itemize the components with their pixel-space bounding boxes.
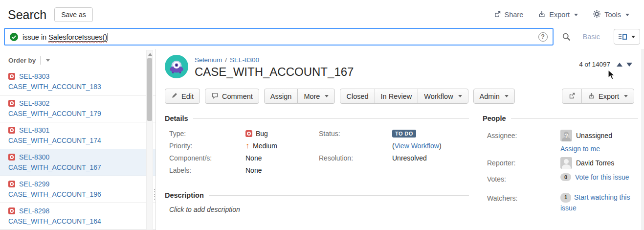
bug-type-icon bbox=[8, 154, 15, 161]
view-workflow-link[interactable]: View Workflow bbox=[395, 142, 439, 150]
next-issue-arrow-icon[interactable] bbox=[626, 63, 632, 67]
divider bbox=[193, 118, 469, 119]
chevron-down-icon bbox=[574, 14, 578, 16]
share-icon bbox=[568, 92, 576, 101]
issue-key-link[interactable]: SEL-8299 bbox=[19, 180, 49, 188]
scroll-up-arrow-icon[interactable] bbox=[148, 53, 152, 56]
people-heading: People bbox=[483, 115, 506, 122]
type-value: Bug bbox=[245, 130, 268, 138]
status-label: Status: bbox=[319, 130, 392, 138]
priority-medium-icon: ↑ bbox=[245, 142, 249, 150]
jql-query-text: issue in SalesforceIssues() bbox=[22, 33, 108, 41]
tools-menu-button[interactable]: Tools bbox=[593, 10, 629, 20]
vote-link[interactable]: Vote for this issue bbox=[575, 173, 629, 181]
results-pagination: 4 of 14097 bbox=[579, 61, 644, 68]
issue-toolbar: Edit Comment Assign More Closed In Revie… bbox=[165, 89, 644, 104]
priority-label: Priority: bbox=[169, 142, 245, 150]
issue-summary-link[interactable]: CASE_WITH_ACCOUNT_179 bbox=[8, 110, 144, 117]
sidebar-scrollbar[interactable] bbox=[146, 50, 153, 230]
assign-to-me-link[interactable]: Assign to me bbox=[560, 145, 600, 153]
reporter-avatar bbox=[560, 157, 572, 169]
export-menu-button[interactable]: Export bbox=[538, 10, 578, 20]
assign-button-group: Assign More bbox=[264, 89, 335, 104]
issue-summary-link[interactable]: CASE_WITH_ACCOUNT_164 bbox=[8, 217, 144, 225]
resolution-value: Unresolved bbox=[392, 154, 427, 162]
reporter-label: Reporter: bbox=[487, 157, 560, 169]
bug-type-icon bbox=[8, 73, 15, 80]
issue-header: Selenium/SEL-8300 CASE_WITH_ACCOUNT_167 … bbox=[165, 55, 644, 79]
query-valid-check-icon bbox=[10, 33, 18, 41]
issue-summary-link[interactable]: CASE_WITH_ACCOUNT_167 bbox=[8, 163, 144, 171]
admin-menu-button[interactable]: Admin bbox=[473, 89, 515, 104]
components-label: Component/s: bbox=[169, 154, 245, 162]
closed-transition-button[interactable]: Closed bbox=[340, 89, 375, 104]
issue-summary-link[interactable]: CASE_WITH_ACCOUNT_183 bbox=[8, 83, 144, 91]
share-button[interactable]: Share bbox=[493, 10, 524, 20]
export-issue-button[interactable]: Export bbox=[581, 89, 634, 104]
basic-mode-switch[interactable]: Basic bbox=[583, 33, 600, 41]
project-avatar bbox=[165, 55, 188, 78]
issue-header-text: Selenium/SEL-8300 CASE_WITH_ACCOUNT_167 bbox=[195, 55, 354, 79]
search-icon[interactable] bbox=[562, 32, 571, 42]
issue-detail-pane: Selenium/SEL-8300 CASE_WITH_ACCOUNT_167 … bbox=[156, 49, 644, 230]
detail-view-layout-icon bbox=[619, 34, 627, 40]
page-title: Search bbox=[8, 8, 46, 22]
issue-summary-link[interactable]: CASE_WITH_ACCOUNT_174 bbox=[8, 137, 144, 144]
scrollbar-thumb[interactable] bbox=[147, 58, 152, 121]
issue-key-link[interactable]: SEL-8298 bbox=[19, 207, 49, 215]
chevron-down-icon bbox=[458, 95, 462, 97]
text-cursor bbox=[108, 33, 108, 41]
header-actions: Share Export Tools bbox=[493, 10, 636, 20]
issue-key-link[interactable]: SEL-8302 bbox=[19, 99, 49, 107]
drag-handle-icon[interactable] bbox=[154, 189, 155, 200]
votes-count-badge: 0 bbox=[560, 173, 571, 181]
share-icon bbox=[493, 10, 501, 20]
pagination-position: 4 of 14097 bbox=[579, 61, 610, 68]
issue-list: SEL-8303 CASE_WITH_ACCOUNT_183 SEL-8302 … bbox=[0, 69, 155, 230]
jql-search-input[interactable]: issue in SalesforceIssues() ? bbox=[4, 28, 554, 46]
edit-button[interactable]: Edit bbox=[165, 89, 200, 104]
issue-key-link[interactable]: SEL-8300 bbox=[19, 153, 49, 161]
description-placeholder[interactable]: Click to add description bbox=[165, 199, 469, 213]
assignee-label: Assignee: bbox=[487, 130, 560, 153]
description-section: Description Click to add description bbox=[165, 191, 469, 213]
assign-button[interactable]: Assign bbox=[264, 89, 298, 104]
comment-button[interactable]: Comment bbox=[205, 89, 259, 104]
issue-list-item[interactable]: SEL-8298 CASE_WITH_ACCOUNT_164 bbox=[0, 203, 155, 230]
page-scrollbar[interactable] bbox=[641, 49, 644, 230]
issue-list-item[interactable]: SEL-8300 CASE_WITH_ACCOUNT_167 bbox=[0, 149, 155, 176]
workflow-menu-button[interactable]: Workflow bbox=[418, 89, 468, 104]
breadcrumb-issue-link[interactable]: SEL-8300 bbox=[230, 56, 259, 64]
previous-issue-arrow-icon[interactable] bbox=[617, 63, 622, 67]
bug-type-icon bbox=[245, 130, 252, 137]
order-by-label: Order by bbox=[8, 57, 36, 64]
order-by-control[interactable]: Order by bbox=[0, 52, 155, 69]
issue-key-link[interactable]: SEL-8303 bbox=[19, 72, 49, 80]
share-issue-button[interactable] bbox=[562, 89, 582, 104]
labels-value: None bbox=[245, 166, 262, 174]
issue-list-sidebar: Order by SEL-8303 CASE_WITH_ACCOUNT_183 … bbox=[0, 49, 155, 230]
view-workflow: (View Workflow) bbox=[392, 142, 442, 150]
bug-type-icon bbox=[8, 127, 15, 134]
votes-label: Votes: bbox=[487, 173, 560, 183]
issue-list-item[interactable]: SEL-8301 CASE_WITH_ACCOUNT_174 bbox=[0, 122, 155, 149]
export-icon bbox=[588, 92, 595, 101]
chevron-down-icon bbox=[325, 95, 329, 97]
priority-value: ↑ Medium bbox=[245, 142, 277, 150]
issue-summary-link[interactable]: CASE_WITH_ACCOUNT_196 bbox=[8, 190, 144, 198]
workflow-button-group: Closed In Review Workflow bbox=[340, 89, 468, 104]
details-heading: Details bbox=[165, 115, 188, 122]
issue-key-link[interactable]: SEL-8301 bbox=[19, 126, 49, 134]
in-review-transition-button[interactable]: In Review bbox=[375, 89, 419, 104]
divider bbox=[40, 56, 41, 65]
more-menu-button[interactable]: More bbox=[297, 89, 335, 104]
issue-list-item[interactable]: SEL-8299 CASE_WITH_ACCOUNT_196 bbox=[0, 176, 155, 203]
issue-list-item[interactable]: SEL-8302 CASE_WITH_ACCOUNT_179 bbox=[0, 95, 155, 122]
jql-function-token: SalesforceIssues() bbox=[48, 33, 107, 42]
bug-type-icon bbox=[8, 207, 15, 214]
save-as-button[interactable]: Save as bbox=[54, 7, 93, 22]
breadcrumb-project-link[interactable]: Selenium bbox=[195, 56, 222, 64]
syntax-help-icon[interactable]: ? bbox=[538, 32, 548, 42]
issue-list-item[interactable]: SEL-8303 CASE_WITH_ACCOUNT_183 bbox=[0, 69, 155, 95]
layout-switcher-button[interactable] bbox=[614, 29, 640, 45]
